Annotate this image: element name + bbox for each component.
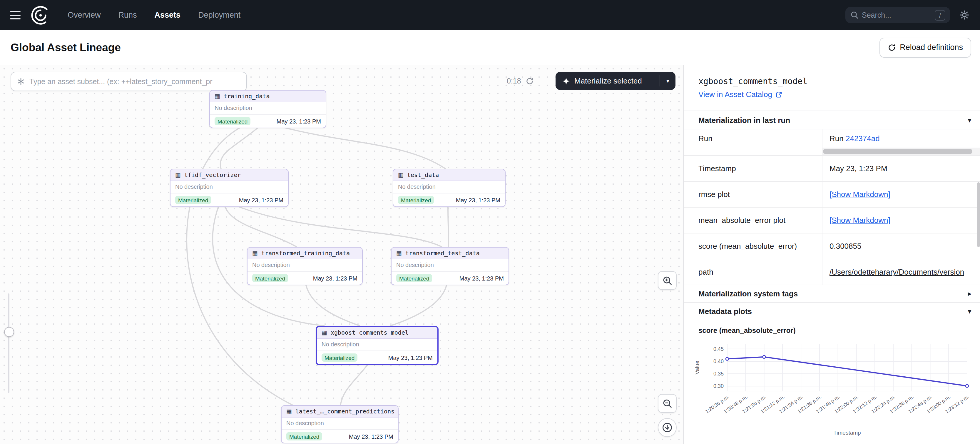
top-nav: Overview Runs Assets Deployment / (0, 0, 980, 30)
reload-definitions-button[interactable]: Reload definitions (879, 37, 971, 57)
node-footer: Materialized May 23, 1:23 PM (282, 430, 398, 443)
table-icon: ▦ (252, 250, 258, 256)
asset-node-transformed-test-data[interactable]: ▦ transformed_test_data No description M… (391, 247, 509, 285)
node-description: No description (210, 102, 326, 115)
status-badge: Materialized (175, 196, 211, 204)
metadata-row-run: Run Run 242374ad (684, 129, 980, 148)
metadata-value: 0.300855 (822, 234, 980, 259)
node-name: latest_…_comment_predictions (296, 408, 395, 415)
asset-node-tfidf-vectorizer[interactable]: ▦ tfidf_vectorizer No description Materi… (170, 169, 289, 207)
asset-node-training-data[interactable]: ▦ training_data No description Materiali… (209, 90, 326, 128)
node-name: transformed_training_data (261, 250, 350, 256)
node-header: ▦ xgboost_comments_model (317, 327, 438, 339)
node-footer: Materialized May 23, 1:23 PM (210, 115, 326, 127)
chevron-down-icon[interactable]: ▾ (968, 307, 971, 315)
metadata-label: score (mean_absolute_error) (684, 234, 822, 259)
metadata-label: mean_absolute_error plot (684, 208, 822, 233)
metadata-row-score: score (mean_absolute_error) 0.300855 (684, 233, 980, 259)
table-icon: ▦ (286, 408, 292, 414)
nav-item-deployment[interactable]: Deployment (198, 11, 240, 19)
refresh-timer: 0:18 (507, 77, 521, 85)
metadata-label: rmse plot (684, 182, 822, 207)
status-badge: Materialized (396, 274, 432, 282)
node-timestamp: May 23, 1:23 PM (239, 197, 283, 203)
node-name: test_data (407, 172, 439, 178)
materialize-selected-main[interactable]: Materialize selected (555, 76, 660, 85)
table-icon: ▦ (175, 172, 181, 178)
global-search[interactable]: / (845, 7, 950, 23)
node-description: No description (317, 339, 438, 351)
metadata-label: Run (684, 129, 822, 148)
op-selector-icon (17, 78, 25, 85)
node-timestamp: May 23, 1:23 PM (460, 275, 504, 282)
show-markdown-link[interactable]: [Show Markdown] (829, 216, 890, 224)
metadata-label: path (684, 259, 822, 285)
table-icon: ▦ (396, 250, 402, 256)
metadata-row-rmse-plot: rmse plot [Show Markdown] (684, 181, 980, 207)
zoom-in-button[interactable] (658, 271, 677, 290)
dagster-logo-icon[interactable] (30, 5, 51, 25)
chevron-right-icon[interactable]: ▸ (968, 290, 971, 298)
status-badge: Materialized (321, 353, 358, 362)
section-metadata-plots[interactable]: Metadata plots ▾ (684, 302, 980, 319)
path-link[interactable]: /Users/odetteharary/Documents/version (829, 267, 964, 276)
asset-subset-input[interactable] (25, 77, 246, 86)
materialize-dropdown-caret[interactable]: ▾ (660, 75, 676, 86)
asset-subset-filter[interactable] (11, 72, 247, 91)
zoom-slider-handle[interactable] (4, 327, 14, 337)
node-description: No description (248, 259, 362, 272)
asset-node-latest-comment-predictions[interactable]: ▦ latest_…_comment_predictions No descri… (281, 405, 399, 443)
table-icon: ▦ (398, 172, 404, 178)
horizontal-scrollbar-thumb[interactable] (823, 149, 972, 154)
node-timestamp: May 23, 1:23 PM (388, 354, 433, 361)
settings-gear-icon[interactable] (959, 10, 969, 20)
asset-node-test-data[interactable]: ▦ test_data No description Materialized … (393, 169, 506, 207)
metadata-value: /Users/odetteharary/Documents/version (822, 259, 980, 285)
section-materialization-system-tags[interactable]: Materialization system tags ▸ (684, 285, 980, 302)
nav-item-runs[interactable]: Runs (118, 11, 137, 19)
external-link-icon (775, 91, 782, 98)
score-line-chart: 1:20:36 p.m.1:20:48 p.m.1:21:00 p.m.1:21… (691, 337, 979, 439)
zoom-out-button[interactable] (658, 394, 677, 413)
view-in-asset-catalog-link[interactable]: View in Asset Catalog (698, 90, 782, 99)
search-input[interactable] (858, 11, 935, 19)
svg-text:Timestamp: Timestamp (833, 430, 861, 436)
metadata-value: Run 242374ad (822, 129, 980, 148)
asset-lineage-canvas[interactable]: 0:18 Materialize selected ▾ ▦ training_d… (0, 65, 683, 444)
asset-node-transformed-training-data[interactable]: ▦ transformed_training_data No descripti… (247, 247, 363, 285)
zoom-slider-track[interactable] (8, 293, 10, 393)
node-description: No description (391, 259, 509, 272)
asset-node-xgboost-comments-model[interactable]: ▦ xgboost_comments_model No description … (316, 326, 439, 365)
node-description: No description (170, 181, 288, 194)
nav-links: Overview Runs Assets Deployment (68, 11, 240, 19)
nav-item-overview[interactable]: Overview (68, 11, 101, 19)
node-description: No description (282, 417, 398, 430)
metadata-value: [Show Markdown] (822, 208, 980, 233)
node-footer: Materialized May 23, 1:23 PM (391, 272, 509, 285)
refresh-icon[interactable] (526, 77, 534, 85)
node-name: xgboost_comments_model (331, 329, 409, 336)
metadata-row-mean-absolute-error-plot: mean_absolute_error plot [Show Markdown] (684, 207, 980, 233)
run-id-link[interactable]: 242374ad (846, 134, 880, 143)
materialize-selected-button[interactable]: Materialize selected ▾ (555, 72, 676, 90)
chevron-down-icon[interactable]: ▾ (968, 116, 971, 124)
show-markdown-link[interactable]: [Show Markdown] (829, 190, 890, 199)
node-header: ▦ tfidf_vectorizer (170, 169, 288, 181)
panel-vertical-scrollbar-thumb[interactable] (977, 182, 980, 247)
table-icon: ▦ (321, 329, 327, 336)
node-timestamp: May 23, 1:23 PM (349, 433, 393, 439)
search-icon (851, 11, 858, 19)
hamburger-menu-icon[interactable] (10, 11, 21, 19)
search-shortcut-hint: / (935, 10, 945, 20)
node-footer: Materialized May 23, 1:23 PM (317, 351, 438, 364)
asset-details-panel: xgboost_comments_model View in Asset Cat… (683, 65, 980, 444)
nav-item-assets[interactable]: Assets (154, 11, 181, 19)
status-badge: Materialized (215, 117, 250, 125)
section-materialization-in-last-run[interactable]: Materialization in last run ▾ (684, 111, 980, 129)
metadata-table-horizontal-scrollbar[interactable] (822, 148, 980, 155)
node-footer: Materialized May 23, 1:23 PM (393, 194, 505, 207)
asset-name-title: xgboost_comments_model (698, 76, 980, 86)
metadata-label: Timestamp (684, 156, 822, 181)
recenter-view-button[interactable] (658, 418, 677, 437)
node-name: training_data (224, 93, 270, 99)
